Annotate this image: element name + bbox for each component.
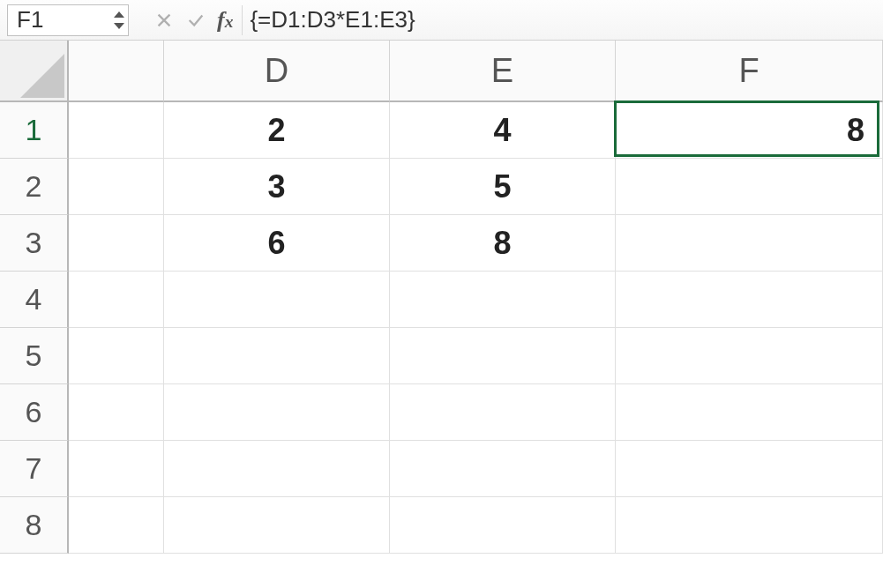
cell[interactable]: 8 [390, 215, 616, 272]
table-row: 6 8 [69, 215, 883, 272]
cell[interactable] [69, 159, 164, 215]
check-icon [186, 11, 206, 30]
fx-icon[interactable]: fx [217, 7, 233, 33]
table-row [69, 328, 883, 384]
close-icon [154, 11, 174, 30]
cell[interactable]: 2 [164, 102, 390, 159]
cell[interactable]: 3 [164, 159, 390, 215]
cell[interactable] [616, 272, 883, 328]
cell[interactable] [390, 497, 616, 554]
formula-input-container [242, 5, 876, 35]
column-header[interactable] [69, 41, 164, 102]
column-header[interactable]: D [164, 41, 390, 102]
column-header[interactable]: E [390, 41, 616, 102]
row-header-label: 2 [26, 169, 42, 204]
cell[interactable] [69, 384, 164, 441]
cell[interactable] [390, 328, 616, 384]
column-header[interactable]: F [616, 41, 883, 102]
cell-value: 4 [493, 112, 511, 149]
cell[interactable] [69, 328, 164, 384]
cell-value: 8 [493, 225, 511, 262]
chevron-down-icon[interactable] [114, 23, 124, 29]
row-header[interactable]: 1 [0, 102, 69, 159]
row-header-label: 7 [26, 451, 42, 486]
table-row [69, 441, 883, 497]
row-header[interactable]: 2 [0, 159, 69, 215]
cell[interactable] [616, 497, 883, 554]
cell-value: 2 [267, 112, 285, 149]
table-row [69, 497, 883, 554]
table-row [69, 272, 883, 328]
row-header-label: 8 [26, 508, 42, 542]
cell[interactable] [164, 441, 390, 497]
cell[interactable] [616, 215, 883, 272]
name-box[interactable]: F1 [7, 4, 129, 36]
cell[interactable]: 4 [390, 102, 616, 159]
row-header-label: 1 [26, 113, 42, 147]
row-header[interactable]: 6 [0, 384, 69, 441]
row-header[interactable]: 8 [0, 497, 69, 554]
column-header-label: F [738, 52, 759, 90]
cell[interactable] [390, 272, 616, 328]
row-header-label: 5 [26, 339, 42, 373]
cell[interactable] [69, 102, 164, 159]
cell[interactable]: 5 [390, 159, 616, 215]
cell[interactable] [69, 441, 164, 497]
formula-bar: F1 fx [0, 0, 883, 41]
column-header-label: D [265, 52, 288, 90]
enter-button[interactable] [180, 4, 212, 36]
column-headers: D E F [69, 41, 883, 102]
cell-value: 8 [847, 112, 864, 149]
row-header[interactable]: 5 [0, 328, 69, 384]
row-header-label: 3 [26, 226, 42, 260]
table-row: 3 5 [69, 159, 883, 215]
cell[interactable] [164, 497, 390, 554]
cell-value: 5 [493, 168, 511, 205]
chevron-up-icon[interactable] [114, 11, 124, 18]
cell[interactable] [69, 497, 164, 554]
cell[interactable] [390, 441, 616, 497]
cell[interactable]: 6 [164, 215, 390, 272]
column-header-label: E [491, 52, 513, 90]
cells-grid: 2 4 8 3 5 6 8 [69, 102, 883, 554]
cell[interactable] [164, 272, 390, 328]
cell[interactable] [616, 328, 883, 384]
select-all-corner[interactable] [0, 41, 69, 102]
table-row [69, 384, 883, 441]
cell[interactable] [616, 159, 883, 215]
cell[interactable] [390, 384, 616, 441]
select-all-triangle-icon [20, 54, 64, 98]
name-box-value: F1 [17, 6, 43, 33]
cell[interactable] [616, 441, 883, 497]
cell[interactable] [164, 328, 390, 384]
cell[interactable] [69, 215, 164, 272]
cancel-button[interactable] [148, 4, 180, 36]
cell[interactable] [69, 272, 164, 328]
spreadsheet-grid: D E F 1 2 3 4 5 6 7 8 2 4 8 [0, 41, 883, 554]
table-row: 2 4 8 [69, 102, 883, 159]
name-box-spinner[interactable] [114, 5, 124, 35]
cell[interactable] [616, 384, 883, 441]
row-header-label: 6 [26, 395, 42, 429]
row-header[interactable]: 4 [0, 272, 69, 328]
cell-value: 3 [267, 168, 285, 205]
row-header-label: 4 [26, 282, 42, 316]
row-header[interactable]: 7 [0, 441, 69, 497]
row-header[interactable]: 3 [0, 215, 69, 272]
cell[interactable]: 8 [616, 102, 883, 159]
cell[interactable] [164, 384, 390, 441]
cell-value: 6 [267, 225, 285, 262]
formula-input[interactable] [250, 6, 876, 33]
row-headers: 1 2 3 4 5 6 7 8 [0, 102, 69, 554]
